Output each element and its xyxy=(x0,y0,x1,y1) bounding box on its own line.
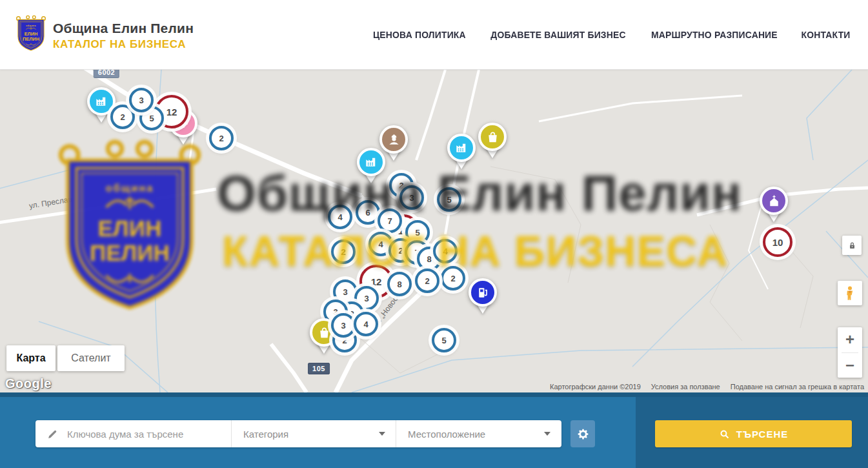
attribution-text: Картографски данни ©2019 xyxy=(550,383,641,391)
search-fields-group: Категория Местоположение xyxy=(35,420,561,447)
nav-item[interactable]: КОНТАКТИ xyxy=(801,30,850,40)
search-button[interactable]: ТЪРСЕНЕ xyxy=(655,420,852,447)
crest-name-line1: ЕЛИН xyxy=(98,216,162,241)
watermark-subtitle: КАТАЛОГ НА БИЗНЕСА xyxy=(222,230,729,272)
nav-item[interactable]: ДОБАВЕТЕ ВАШИЯТ БИЗНЕС xyxy=(490,30,625,40)
category-select[interactable]: Категория xyxy=(231,420,396,447)
search-icon xyxy=(719,429,730,440)
cluster-marker[interactable]: 3 xyxy=(129,88,154,112)
cluster-marker[interactable]: 2 xyxy=(209,126,234,150)
caret-down-icon xyxy=(379,432,385,436)
header: община ЕЛИН ПЕЛИН Община Елин Пелин КАТА… xyxy=(0,0,868,70)
category-select-value: Категория xyxy=(243,429,288,440)
attribution-link[interactable]: Условия за ползване xyxy=(651,383,720,391)
location-select[interactable]: Местоположение xyxy=(396,420,561,447)
watermark-crest: община ЕЛИН ПЕЛИН xyxy=(56,137,204,321)
main-nav: ЦЕНОВА ПОЛИТИКАДОБАВЕТЕ ВАШИЯТ БИЗНЕСМАР… xyxy=(371,0,851,70)
search-button-label: ТЪРСЕНЕ xyxy=(736,429,789,440)
map-type-map-button[interactable]: Карта xyxy=(6,345,56,371)
crest-name-line2: ПЕЛИН xyxy=(90,240,170,265)
crest-small-text: община xyxy=(26,25,36,27)
location-select-value: Местоположение xyxy=(408,429,485,440)
shopping-bag-icon xyxy=(478,123,507,151)
construction-worker-icon xyxy=(379,125,408,154)
site-title-line2: КАТАЛОГ НА БИЗНЕСА xyxy=(53,38,194,51)
map-attribution: Картографски данни ©2019Условия за ползв… xyxy=(550,383,864,391)
page: община ЕЛИН ПЕЛИН Община Елин Пелин КАТА… xyxy=(0,0,868,468)
street-view-pegman[interactable] xyxy=(838,281,862,305)
cluster-marker[interactable]: 2 xyxy=(110,105,135,129)
site-title[interactable]: Община Елин Пелин КАТАЛОГ НА БИЗНЕСА xyxy=(53,21,194,51)
advanced-search-button[interactable] xyxy=(570,420,595,447)
cluster-marker[interactable]: 4 xyxy=(354,312,378,336)
map-type-control: Карта Сателит xyxy=(6,345,125,371)
watermark-title: Община Елин Пелин xyxy=(217,168,742,218)
crest-name-line2: ПЕЛИН xyxy=(23,36,39,42)
cluster-marker[interactable]: 10 xyxy=(763,227,792,257)
site-title-line1: Община Елин Пелин xyxy=(53,21,194,36)
pencil-icon xyxy=(47,429,58,440)
search-bar: Категория Местоположение ТЪРСЕНЕ xyxy=(0,392,868,468)
factory-icon xyxy=(447,134,476,162)
municipality-crest-icon: община ЕЛИН ПЕЛИН xyxy=(15,15,46,53)
cluster-marker[interactable]: 5 xyxy=(432,328,456,352)
gear-icon xyxy=(576,427,590,441)
pegman-icon xyxy=(842,285,858,301)
keyword-input[interactable] xyxy=(66,428,223,440)
cluster-marker[interactable]: 8 xyxy=(387,272,412,296)
lock-button[interactable] xyxy=(842,236,862,255)
zoom-in-button[interactable]: + xyxy=(838,327,862,352)
cluster-marker[interactable]: 3 xyxy=(331,313,356,338)
nav-item[interactable]: ЦЕНОВА ПОЛИТИКА xyxy=(373,30,466,40)
church-icon xyxy=(760,187,788,215)
google-logo[interactable]: Google xyxy=(5,376,52,391)
padlock-icon xyxy=(847,241,857,250)
caret-down-icon xyxy=(544,432,550,436)
zoom-out-button[interactable]: − xyxy=(838,352,862,378)
map-type-satellite-button[interactable]: Сателит xyxy=(57,345,125,371)
nav-item[interactable]: МАРШРУТНО РАЗПИСАНИЕ xyxy=(651,30,778,40)
site-logo[interactable]: община ЕЛИН ПЕЛИН xyxy=(15,15,46,55)
keyword-field[interactable] xyxy=(35,420,231,447)
fuel-station-icon xyxy=(469,278,497,307)
map-canvas[interactable]: община ЕЛИН ПЕЛИН Община Елин Пелин КАТА… xyxy=(0,70,868,392)
attribution-link[interactable]: Подаване на сигнал за грешка в картата xyxy=(731,383,864,391)
crest-small-text: община xyxy=(106,182,154,194)
zoom-control: + − xyxy=(838,327,862,378)
